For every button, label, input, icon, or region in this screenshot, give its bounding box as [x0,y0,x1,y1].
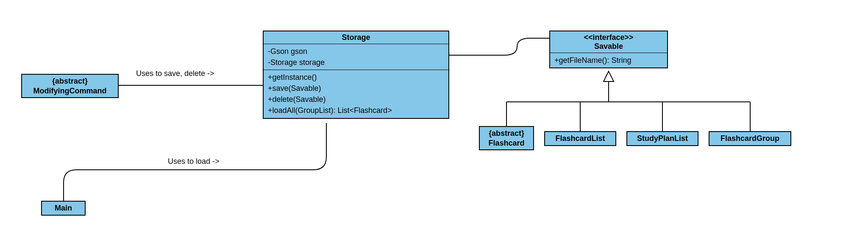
realization-arrowhead [604,71,614,81]
edge-main-storage [64,123,326,201]
connectors [0,0,868,236]
uml-canvas: {abstract} ModifyingCommand Main Storage… [0,0,868,236]
edge-storage-savable [449,38,549,55]
